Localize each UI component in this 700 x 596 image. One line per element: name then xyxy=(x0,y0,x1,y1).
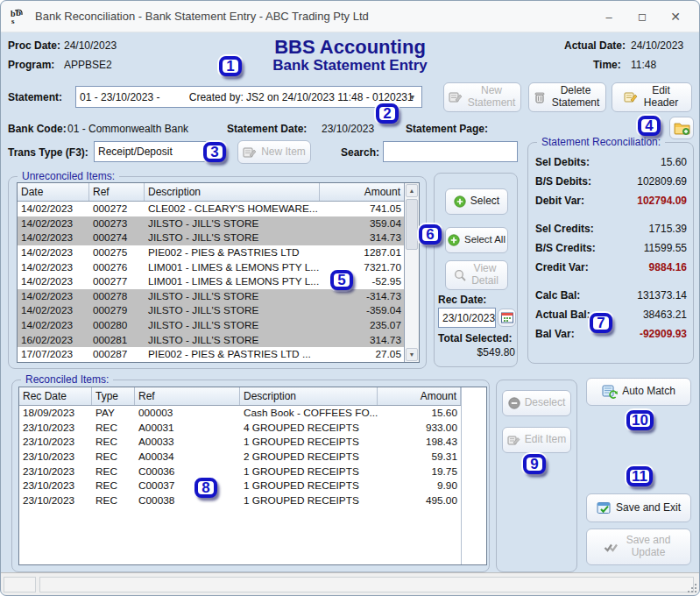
edit-note-icon xyxy=(243,146,257,159)
table-row[interactable]: 23/10/2023RECA000342 GROUPED RECEIPTS59.… xyxy=(19,450,486,465)
table-row[interactable]: 14/02/2023000276LIM001 - LIMES & LEMONS … xyxy=(18,259,419,274)
delete-statement-button[interactable]: Delete Statement xyxy=(528,82,606,112)
trans-type-label: Trans Type (F3): xyxy=(8,146,88,159)
table-row[interactable]: 23/10/2023RECC000361 GROUPED RECEIPTS19.… xyxy=(19,464,486,479)
view-detail-button[interactable]: View Detail xyxy=(445,260,508,290)
document-edit-icon xyxy=(449,91,463,103)
bbs-logo-icon: b b s xyxy=(11,8,27,25)
plus-circle-icon xyxy=(454,195,466,208)
table-row[interactable]: 14/02/2023000274JILSTO - JILL'S STORE314… xyxy=(18,231,419,245)
table-cell: 14/02/2023 xyxy=(18,304,89,316)
resize-grip[interactable] xyxy=(688,584,696,592)
scroll-down-icon[interactable]: ▼ xyxy=(406,348,418,361)
table-cell: REC xyxy=(92,422,135,434)
table-cell: 14/02/2023 xyxy=(18,246,89,259)
table-row[interactable]: 14/02/2023000279JILSTO - JILL'S STORE-35… xyxy=(18,303,419,318)
statement-date-label: Statement Date: xyxy=(227,123,307,135)
save-and-update-button[interactable]: Save and Update xyxy=(586,529,691,565)
table-cell: 23/10/2023 xyxy=(19,422,92,434)
select-all-button[interactable]: Select All xyxy=(445,227,508,253)
scroll-up-icon[interactable]: ▲ xyxy=(406,184,418,197)
table-cell: LIM001 - LIMES & LEMONS PTY L... xyxy=(145,275,320,287)
table-row[interactable]: 23/10/2023RECA000314 GROUPED RECEIPTS933… xyxy=(19,421,486,436)
table-row[interactable]: 16/02/2023000281JILSTO - JILL'S STORE314… xyxy=(18,332,419,347)
column-header[interactable]: Ref xyxy=(135,387,240,405)
auto-match-label: Auto Match xyxy=(622,386,675,398)
search-input[interactable] xyxy=(383,141,518,162)
app-window: b b s Bank Reconciliation - Bank Stateme… xyxy=(0,0,700,596)
reconciliation-label: Debit Var: xyxy=(535,195,584,207)
table-row[interactable]: 14/02/2023000280JILSTO - JILL'S STORE235… xyxy=(18,318,419,333)
reconciled-table-gutter xyxy=(461,387,486,564)
new-statement-label: New Statement xyxy=(467,85,516,110)
table-row[interactable]: 23/10/2023RECA000331 GROUPED RECEIPTS198… xyxy=(19,435,486,450)
table-cell: 741.05 xyxy=(320,202,405,215)
table-row[interactable]: 14/02/2023000278JILSTO - JILL'S STORE-31… xyxy=(18,289,419,304)
table-cell: -359.04 xyxy=(320,304,405,316)
table-cell: REC xyxy=(92,451,135,463)
edit-header-button[interactable]: Edit Header xyxy=(612,82,692,112)
table-cell: PIE002 - PIES & PASTRIES LTD ... xyxy=(145,348,320,360)
select-button[interactable]: Select xyxy=(445,188,508,215)
column-header[interactable]: Description xyxy=(145,183,320,201)
edit-item-button[interactable]: Edit Item xyxy=(502,427,571,453)
close-button[interactable]: ✕ xyxy=(659,1,692,32)
table-row[interactable]: 17/07/2023000287PIE002 - PIES & PASTRIES… xyxy=(18,347,419,362)
column-header[interactable]: Date xyxy=(18,183,89,201)
deselect-button[interactable]: Deselect xyxy=(502,390,571,416)
table-cell: 14/02/2023 xyxy=(18,261,89,273)
table-cell: 1 GROUPED RECEIPTS xyxy=(240,465,378,478)
table-cell: C00038 xyxy=(135,494,240,507)
search-label: Search: xyxy=(341,146,379,159)
column-header[interactable]: Amount xyxy=(378,387,461,405)
table-row[interactable]: 23/10/2023RECC000371 GROUPED RECEIPTS9.9… xyxy=(19,479,486,493)
rec-date-value: 23/10/2023 xyxy=(442,312,495,324)
magnifier-icon xyxy=(454,269,466,281)
maximize-button[interactable]: ◻ xyxy=(626,1,659,32)
attach-statement-button[interactable] xyxy=(669,117,694,139)
table-row[interactable]: 23/10/2023RECC000381 GROUPED RECEIPTS495… xyxy=(19,493,486,508)
callout-badge: 3 xyxy=(203,142,226,162)
table-cell: 19.75 xyxy=(378,465,461,478)
statement-combobox[interactable]: 01 - 23/10/2023 - Created by: JS2 on 24/… xyxy=(75,86,422,108)
column-header[interactable]: Description xyxy=(240,387,378,405)
table-cell: 000275 xyxy=(89,246,145,259)
chevron-down-icon[interactable]: ▾ xyxy=(405,89,420,105)
minimize-button[interactable]: – xyxy=(592,1,626,32)
auto-match-button[interactable]: Auto Match xyxy=(586,378,691,406)
calendar-button[interactable] xyxy=(498,309,516,327)
save-and-exit-button[interactable]: Save and Exit xyxy=(586,493,691,522)
table-cell: 314.73 xyxy=(320,334,405,346)
callout-badge: 1 xyxy=(219,56,242,76)
table-row[interactable]: 14/02/2023000277LIM001 - LIMES & LEMONS … xyxy=(18,274,419,289)
new-statement-button[interactable]: New Statement xyxy=(443,82,521,112)
reconciliation-row: Credit Var:9884.16 xyxy=(528,258,693,277)
table-cell: 18/09/2023 xyxy=(19,407,92,419)
table-row[interactable]: 14/02/2023000272CLE002 - CLEARY'S HOMEWA… xyxy=(18,202,419,216)
table-cell: 14/02/2023 xyxy=(18,319,89,331)
column-header[interactable]: Rec Date xyxy=(19,387,92,405)
scrollbar-thumb[interactable] xyxy=(406,199,418,250)
auto-match-icon xyxy=(602,385,618,399)
column-header[interactable]: Amount xyxy=(320,183,405,201)
table-cell: JILSTO - JILL'S STORE xyxy=(145,334,320,346)
table-row[interactable]: 14/02/2023000273JILSTO - JILL'S STORE359… xyxy=(18,216,419,231)
new-item-button[interactable]: New Item xyxy=(237,140,311,164)
callout-badge: 8 xyxy=(194,478,217,498)
table-cell: 000274 xyxy=(89,231,145,244)
callout-badge: 7 xyxy=(590,313,612,333)
reconciliation-value: 11599.55 xyxy=(644,242,687,254)
table-cell: 27.05 xyxy=(320,348,405,360)
table-cell: 23/10/2023 xyxy=(19,451,92,463)
rec-date-input[interactable]: 23/10/2023 xyxy=(438,308,496,328)
column-header[interactable]: Ref xyxy=(89,183,145,201)
table-row[interactable]: 18/09/2023PAY000003Cash Book - COFFEES F… xyxy=(19,406,486,421)
table-row[interactable]: 14/02/2023000275PIE002 - PIES & PASTRIES… xyxy=(18,245,419,260)
table-cell: 23/10/2023 xyxy=(19,465,92,478)
column-header[interactable]: Type xyxy=(92,387,135,405)
unreconciled-scrollbar[interactable]: ▲ ▼ xyxy=(404,183,419,362)
status-bar xyxy=(1,572,699,595)
reconciliation-value: 1715.39 xyxy=(649,223,687,235)
callout-badge: 9 xyxy=(523,454,546,474)
reconciliation-value: 131373.14 xyxy=(637,289,687,302)
